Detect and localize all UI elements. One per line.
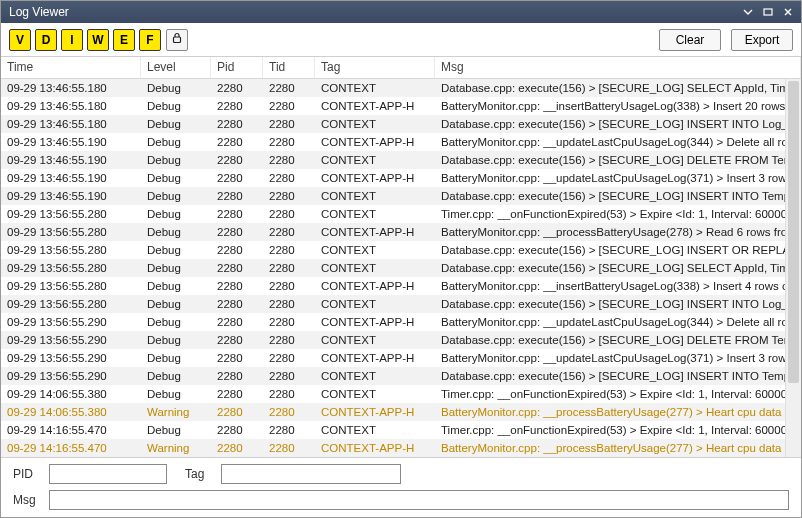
level-button-error[interactable]: E [113, 29, 135, 51]
cell-pid: 2280 [211, 79, 263, 97]
cell-tag: CONTEXT-APP-H [315, 313, 435, 331]
table-row[interactable]: 09-29 14:16:55.470Debug22802280CONTEXTTi… [1, 421, 801, 439]
cell-time: 09-29 13:46:55.190 [1, 133, 141, 151]
cell-pid: 2280 [211, 151, 263, 169]
cell-msg: Database.cpp: execute(156) > [SECURE_LOG… [435, 295, 801, 313]
cell-time: 09-29 13:56:55.290 [1, 349, 141, 367]
level-button-info[interactable]: I [61, 29, 83, 51]
scrollbar-thumb[interactable] [788, 81, 799, 383]
cell-level: Debug [141, 169, 211, 187]
col-time[interactable]: Time [1, 57, 141, 78]
cell-tag: CONTEXT [315, 151, 435, 169]
table-row[interactable]: 09-29 13:56:55.280Debug22802280CONTEXT-A… [1, 277, 801, 295]
log-table: Time Level Pid Tid Tag Msg 09-29 13:46:5… [1, 57, 801, 457]
cell-msg: BatteryMonitor.cpp: __updateLastCpuUsage… [435, 313, 801, 331]
cell-level: Debug [141, 187, 211, 205]
table-row[interactable]: 09-29 14:06:55.380Warning22802280CONTEXT… [1, 403, 801, 421]
lock-icon [171, 32, 183, 47]
col-tid[interactable]: Tid [263, 57, 315, 78]
level-button-warning[interactable]: W [87, 29, 109, 51]
cell-tag: CONTEXT [315, 187, 435, 205]
cell-level: Debug [141, 241, 211, 259]
cell-level: Debug [141, 97, 211, 115]
table-row[interactable]: 09-29 13:46:55.180Debug22802280CONTEXT-A… [1, 97, 801, 115]
cell-pid: 2280 [211, 223, 263, 241]
cell-time: 09-29 14:16:55.470 [1, 439, 141, 457]
vertical-scrollbar[interactable] [785, 79, 801, 457]
table-row[interactable]: 09-29 13:46:55.180Debug22802280CONTEXTDa… [1, 115, 801, 133]
cell-tid: 2280 [263, 349, 315, 367]
table-row[interactable]: 09-29 13:56:55.280Debug22802280CONTEXTTi… [1, 205, 801, 223]
tag-input[interactable] [221, 464, 401, 484]
col-level[interactable]: Level [141, 57, 211, 78]
table-row[interactable]: 09-29 13:56:55.280Debug22802280CONTEXTDa… [1, 295, 801, 313]
cell-pid: 2280 [211, 403, 263, 421]
cell-tid: 2280 [263, 223, 315, 241]
cell-level: Debug [141, 313, 211, 331]
cell-tid: 2280 [263, 259, 315, 277]
cell-tag: CONTEXT [315, 421, 435, 439]
table-row[interactable]: 09-29 14:06:55.380Debug22802280CONTEXTTi… [1, 385, 801, 403]
export-button[interactable]: Export [731, 29, 793, 51]
table-row[interactable]: 09-29 13:46:55.190Debug22802280CONTEXT-A… [1, 169, 801, 187]
cell-tid: 2280 [263, 169, 315, 187]
cell-msg: Timer.cpp: __onFunctionExpired(53) > Exp… [435, 205, 801, 223]
cell-time: 09-29 13:46:55.190 [1, 151, 141, 169]
filter-bar: PID Tag Msg [1, 457, 801, 517]
cell-msg: BatteryMonitor.cpp: __updateLastCpuUsage… [435, 169, 801, 187]
level-button-debug[interactable]: D [35, 29, 57, 51]
cell-level: Debug [141, 277, 211, 295]
table-row[interactable]: 09-29 13:46:55.190Debug22802280CONTEXTDa… [1, 151, 801, 169]
cell-time: 09-29 13:56:55.280 [1, 277, 141, 295]
maximize-icon[interactable] [759, 5, 777, 19]
cell-tid: 2280 [263, 79, 315, 97]
cell-time: 09-29 13:56:55.280 [1, 295, 141, 313]
pid-label: PID [13, 467, 41, 481]
titlebar: Log Viewer [1, 1, 801, 23]
table-row[interactable]: 09-29 13:56:55.280Debug22802280CONTEXT-A… [1, 223, 801, 241]
table-row[interactable]: 09-29 14:16:55.470Warning22802280CONTEXT… [1, 439, 801, 457]
cell-msg: Database.cpp: execute(156) > [SECURE_LOG… [435, 367, 801, 385]
clear-button[interactable]: Clear [659, 29, 721, 51]
table-row[interactable]: 09-29 13:56:55.280Debug22802280CONTEXTDa… [1, 241, 801, 259]
cell-tag: CONTEXT-APP-H [315, 169, 435, 187]
table-row[interactable]: 09-29 13:56:55.280Debug22802280CONTEXTDa… [1, 259, 801, 277]
cell-time: 09-29 13:56:55.290 [1, 331, 141, 349]
table-row[interactable]: 09-29 13:46:55.190Debug22802280CONTEXT-A… [1, 133, 801, 151]
cell-level: Debug [141, 115, 211, 133]
table-header: Time Level Pid Tid Tag Msg [1, 57, 801, 79]
tag-label: Tag [185, 467, 213, 481]
cell-pid: 2280 [211, 331, 263, 349]
svg-rect-1 [174, 37, 181, 43]
dropdown-icon[interactable] [739, 5, 757, 19]
cell-msg: Database.cpp: execute(156) > [SECURE_LOG… [435, 115, 801, 133]
cell-tag: CONTEXT-APP-H [315, 277, 435, 295]
msg-input[interactable] [49, 490, 789, 510]
cell-level: Debug [141, 421, 211, 439]
level-button-verbose[interactable]: V [9, 29, 31, 51]
cell-time: 09-29 13:46:55.190 [1, 169, 141, 187]
table-row[interactable]: 09-29 13:56:55.290Debug22802280CONTEXT-A… [1, 349, 801, 367]
cell-tag: CONTEXT [315, 241, 435, 259]
cell-level: Debug [141, 205, 211, 223]
table-row[interactable]: 09-29 13:56:55.290Debug22802280CONTEXTDa… [1, 331, 801, 349]
cell-msg: BatteryMonitor.cpp: __processBatteryUsag… [435, 403, 801, 421]
cell-msg: Database.cpp: execute(156) > [SECURE_LOG… [435, 79, 801, 97]
col-msg[interactable]: Msg [435, 57, 801, 78]
col-pid[interactable]: Pid [211, 57, 263, 78]
msg-label: Msg [13, 493, 41, 507]
cell-pid: 2280 [211, 277, 263, 295]
level-button-fatal[interactable]: F [139, 29, 161, 51]
table-row[interactable]: 09-29 13:56:55.290Debug22802280CONTEXT-A… [1, 313, 801, 331]
cell-time: 09-29 14:06:55.380 [1, 403, 141, 421]
cell-pid: 2280 [211, 385, 263, 403]
col-tag[interactable]: Tag [315, 57, 435, 78]
cell-time: 09-29 13:46:55.190 [1, 187, 141, 205]
pid-input[interactable] [49, 464, 167, 484]
table-row[interactable]: 09-29 13:56:55.290Debug22802280CONTEXTDa… [1, 367, 801, 385]
cell-level: Debug [141, 295, 211, 313]
close-icon[interactable] [779, 5, 797, 19]
table-row[interactable]: 09-29 13:46:55.180Debug22802280CONTEXTDa… [1, 79, 801, 97]
table-row[interactable]: 09-29 13:46:55.190Debug22802280CONTEXTDa… [1, 187, 801, 205]
scroll-lock-button[interactable] [166, 29, 188, 51]
